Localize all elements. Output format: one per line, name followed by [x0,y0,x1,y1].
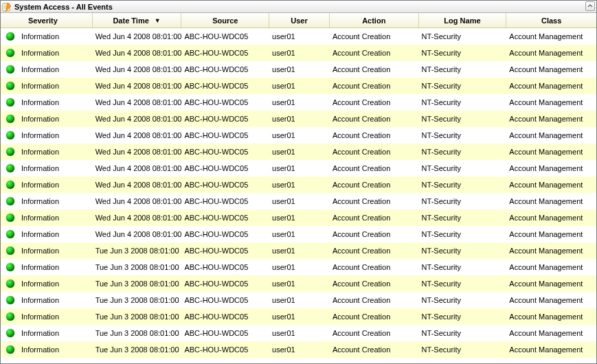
cell-datetime: Wed Jun 4 2008 08:01:00 [93,28,182,45]
cell-user: user01 [269,78,330,94]
table-row[interactable]: InformationWed Jun 4 2008 08:01:00ABC-HO… [1,94,596,111]
cell-datetime: Wed Jun 4 2008 08:01:00 [93,226,182,242]
cell-logname: NT-Security [419,242,507,259]
cell-user: user01 [269,127,330,144]
cell-user: user01 [269,275,330,292]
severity-label: Information [21,32,59,41]
cell-logname: NT-Security [419,259,507,275]
event-grid: Severity Date Time ▼ Source User Action … [1,13,596,358]
collapse-button[interactable] [585,1,595,11]
cell-action: Account Creation [330,209,419,226]
col-header-class[interactable]: Class [506,13,596,27]
table-row[interactable]: InformationWed Jun 4 2008 08:01:00ABC-HO… [1,28,596,45]
table-row[interactable]: InformationWed Jun 4 2008 08:01:00ABC-HO… [1,61,596,78]
table-row[interactable]: InformationTue Jun 3 2008 08:01:00ABC-HO… [1,292,596,308]
table-row[interactable]: InformationWed Jun 4 2008 08:01:00ABC-HO… [1,144,596,160]
table-row[interactable]: InformationWed Jun 4 2008 08:01:00ABC-HO… [1,45,596,61]
column-headers: Severity Date Time ▼ Source User Action … [1,13,596,28]
col-header-label: Severity [28,16,58,25]
table-row[interactable]: InformationTue Jun 3 2008 08:01:00ABC-HO… [1,325,596,341]
cell-source: ABC-HOU-WDC05 [181,242,269,259]
status-ok-icon [6,131,14,139]
col-header-user[interactable]: User [269,13,330,27]
severity-label: Information [21,230,59,238]
severity-label: Information [21,164,59,172]
table-row[interactable]: InformationTue Jun 3 2008 08:01:00ABC-HO… [1,275,596,292]
cell-class: Account Management [506,111,596,127]
cell-logname: NT-Security [419,127,507,144]
table-row[interactable]: InformationWed Jun 4 2008 08:01:00ABC-HO… [1,127,596,144]
cell-logname: NT-Security [419,308,507,325]
table-row[interactable]: InformationTue Jun 3 2008 08:01:00ABC-HO… [1,242,596,259]
col-header-action[interactable]: Action [330,13,419,27]
cell-logname: NT-Security [419,193,507,209]
cell-action: Account Creation [330,242,419,259]
cell-user: user01 [269,111,330,127]
cell-source: ABC-HOU-WDC05 [181,45,269,61]
status-ok-icon [6,280,14,288]
table-row[interactable]: InformationWed Jun 4 2008 08:01:00ABC-HO… [1,193,596,209]
cell-source: ABC-HOU-WDC05 [181,325,269,341]
status-ok-icon [6,65,14,73]
cell-source: ABC-HOU-WDC05 [181,61,269,78]
cell-logname: NT-Security [419,45,507,61]
cell-class: Account Management [506,308,596,325]
col-header-severity[interactable]: Severity [1,13,93,27]
status-ok-icon [6,197,14,205]
cell-logname: NT-Security [419,61,507,78]
cell-action: Account Creation [330,341,419,358]
cell-user: user01 [269,94,330,111]
table-row[interactable]: InformationTue Jun 3 2008 08:01:00ABC-HO… [1,341,596,358]
table-row[interactable]: InformationWed Jun 4 2008 08:01:00ABC-HO… [1,78,596,94]
cell-severity: Information [1,259,93,275]
table-row[interactable]: InformationTue Jun 3 2008 08:01:00ABC-HO… [1,259,596,275]
table-row[interactable]: InformationWed Jun 4 2008 08:01:00ABC-HO… [1,226,596,242]
severity-label: Information [21,247,59,255]
col-header-logname[interactable]: Log Name [419,13,507,27]
col-header-label: Log Name [444,16,480,25]
cell-severity: Information [1,177,93,193]
cell-datetime: Wed Jun 4 2008 08:01:00 [93,61,182,78]
cell-severity: Information [1,160,93,177]
table-row[interactable]: InformationTue Jun 3 2008 08:01:00ABC-HO… [1,308,596,325]
col-header-source[interactable]: Source [181,13,269,27]
status-ok-icon [6,115,14,123]
table-row[interactable]: InformationWed Jun 4 2008 08:01:00ABC-HO… [1,209,596,226]
col-header-datetime[interactable]: Date Time ▼ [93,13,182,27]
severity-label: Information [21,98,59,106]
cell-action: Account Creation [330,61,419,78]
cell-action: Account Creation [330,94,419,111]
cell-action: Account Creation [330,308,419,325]
cell-datetime: Tue Jun 3 2008 08:01:00 [93,259,182,275]
status-ok-icon [6,98,14,106]
cell-action: Account Creation [330,259,419,275]
cell-datetime: Wed Jun 4 2008 08:01:00 [93,127,182,144]
cell-datetime: Wed Jun 4 2008 08:01:00 [93,94,182,111]
cell-action: Account Creation [330,45,419,61]
cell-action: Account Creation [330,127,419,144]
table-row[interactable]: InformationWed Jun 4 2008 08:01:00ABC-HO… [1,111,596,127]
severity-label: Information [21,82,59,90]
cell-user: user01 [269,325,330,341]
cell-class: Account Management [506,45,596,61]
cell-logname: NT-Security [419,226,507,242]
cell-class: Account Management [506,61,596,78]
status-ok-icon [6,32,14,41]
severity-label: Information [21,115,59,123]
cell-logname: NT-Security [419,78,507,94]
severity-label: Information [21,280,59,288]
col-header-label: Action [362,16,385,25]
cell-logname: NT-Security [419,28,507,45]
cell-severity: Information [1,61,93,78]
cell-action: Account Creation [330,160,419,177]
table-row[interactable]: InformationWed Jun 4 2008 08:01:00ABC-HO… [1,160,596,177]
severity-label: Information [21,148,59,156]
cell-severity: Information [1,28,93,45]
cell-class: Account Management [506,259,596,275]
cell-action: Account Creation [330,111,419,127]
table-row[interactable]: InformationWed Jun 4 2008 08:01:00ABC-HO… [1,177,596,193]
cell-class: Account Management [506,242,596,259]
cell-source: ABC-HOU-WDC05 [181,341,269,358]
cell-user: user01 [269,177,330,193]
cell-user: user01 [269,341,330,358]
